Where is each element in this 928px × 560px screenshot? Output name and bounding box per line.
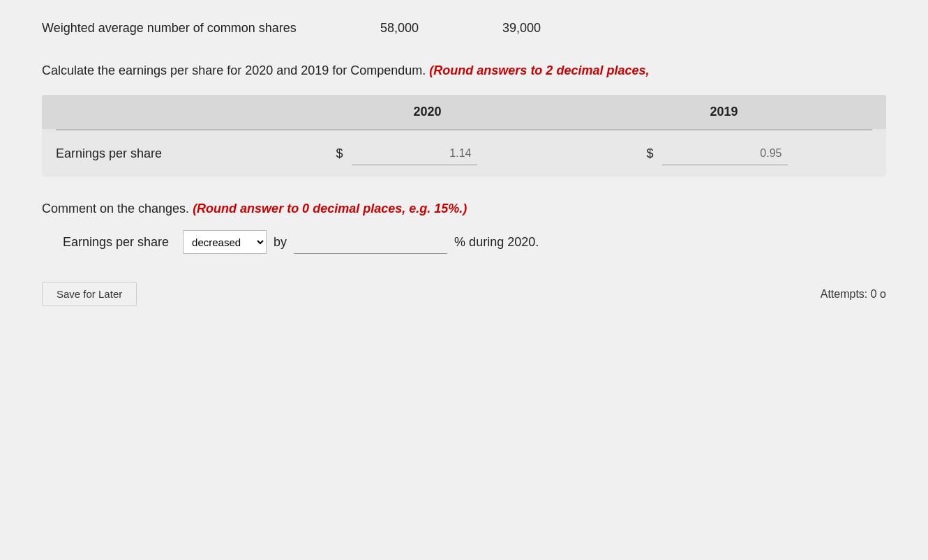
footer-row: Save for Later Attempts: 0 o [42,282,886,306]
attempts-text: Attempts: 0 o [821,288,886,301]
save-for-later-button[interactable]: Save for Later [42,282,137,306]
eps-row-label: Earnings per share [56,146,251,161]
instruction-1: Calculate the earnings per share for 202… [42,63,886,78]
instruction-1-red: (Round answers to 2 decimal places, [429,63,649,77]
comment-instruction-red: (Round answer to 0 decimal places, e.g. … [193,202,467,215]
eps-table: 2020 2019 Earnings per share $ $ [42,95,886,176]
eps-row: Earnings per share $ $ [42,130,886,176]
weighted-avg-2020: 58,000 [380,21,419,36]
currency-symbol-2019: $ [646,146,656,161]
percent-suffix: % during 2020. [454,235,539,250]
comment-row: Earnings per share increased decreased b… [42,230,886,254]
eps-2019-group: $ [562,142,872,165]
header-2020: 2020 [279,105,576,119]
percent-input[interactable] [294,230,447,254]
eps-2020-group: $ [251,142,562,165]
comment-instruction: Comment on the changes. (Round answer to… [42,202,886,216]
eps-2020-input[interactable] [352,142,477,165]
header-empty [56,105,279,119]
weighted-avg-2019: 39,000 [502,21,541,36]
table-header: 2020 2019 [42,95,886,129]
weighted-avg-row: Weighted average number of common shares… [42,14,886,36]
instruction-1-prefix: Calculate the earnings per share for 202… [42,63,429,77]
change-direction-dropdown[interactable]: increased decreased [183,230,267,254]
comment-section: Comment on the changes. (Round answer to… [42,202,886,254]
currency-symbol-2020: $ [336,146,345,161]
header-2019: 2019 [576,105,872,119]
comment-eps-label: Earnings per share [63,235,169,250]
by-text: by [274,235,287,250]
eps-2019-input[interactable] [662,142,788,165]
comment-instruction-prefix: Comment on the changes. [42,202,193,215]
weighted-avg-label: Weighted average number of common shares [42,21,297,36]
